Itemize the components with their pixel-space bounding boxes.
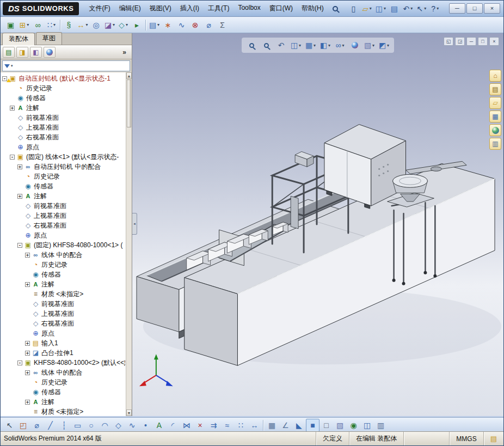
save-button[interactable]: ◫ bbox=[374, 2, 388, 15]
menu-help[interactable]: 帮助(H) bbox=[297, 2, 328, 15]
tree-expander[interactable] bbox=[17, 361, 22, 365]
configurationmanager-tab-button[interactable]: ◧ bbox=[30, 47, 42, 58]
viewport-next-button[interactable]: ◲ bbox=[455, 37, 465, 46]
tree-item[interactable]: 原点 bbox=[1, 230, 125, 240]
edit-component-button[interactable]: ▣ bbox=[4, 19, 17, 32]
select-button[interactable]: ↖ bbox=[415, 2, 428, 15]
centerline-button[interactable]: ┆ bbox=[57, 419, 71, 432]
tree-expander[interactable] bbox=[10, 106, 15, 111]
apply-scene-button[interactable]: ▧ bbox=[362, 39, 376, 52]
section-view-button[interactable]: ◫ bbox=[289, 39, 303, 52]
polygon-button[interactable]: ◇ bbox=[112, 419, 125, 432]
toolbar-button[interactable] bbox=[263, 420, 263, 431]
tree-item[interactable]: 注解 bbox=[1, 191, 125, 201]
panel-splitter[interactable]: ◂ bbox=[132, 213, 137, 235]
apply-scene-button[interactable]: ▧ bbox=[333, 419, 347, 432]
design-table-button[interactable]: ▥ bbox=[374, 419, 388, 432]
expand-panel-button[interactable]: » bbox=[119, 48, 130, 56]
tree-item[interactable]: KHFS8-4080-1000<2> (默认<<默 bbox=[1, 358, 125, 368]
tree-expander[interactable] bbox=[10, 155, 15, 160]
text-button[interactable]: A bbox=[152, 419, 166, 432]
show-hidden-components-button[interactable]: ◎ bbox=[89, 19, 103, 32]
undo-button[interactable]: ↶ bbox=[401, 2, 415, 15]
tree-item[interactable]: 注解 bbox=[1, 103, 125, 113]
tab-assembly[interactable]: 装配体 bbox=[2, 33, 35, 45]
sketch-button[interactable]: ◰ bbox=[16, 419, 30, 432]
arc-button[interactable]: ◠ bbox=[98, 419, 112, 432]
help-button[interactable]: ? bbox=[428, 2, 442, 15]
search-icon[interactable] bbox=[333, 6, 338, 11]
appearances-scenes-button[interactable]: ● bbox=[489, 124, 501, 136]
new-document-button[interactable]: ▯ bbox=[347, 2, 360, 15]
snap-angle-button[interactable]: ∠ bbox=[279, 419, 292, 432]
bill-of-materials-button[interactable]: ▤ bbox=[147, 19, 161, 32]
shaded-with-edges-button[interactable]: ■ bbox=[306, 419, 319, 432]
tree-item[interactable]: 前视基准面 bbox=[1, 299, 125, 309]
tree-expander[interactable] bbox=[25, 253, 30, 258]
trim-entities-button[interactable]: × bbox=[193, 419, 207, 432]
tree-expander[interactable] bbox=[25, 351, 30, 356]
tree-item[interactable]: 前视基准面 bbox=[1, 113, 125, 123]
insert-components-button[interactable]: ⊞ bbox=[17, 19, 31, 32]
view-orientation-button[interactable]: ▦ bbox=[304, 39, 317, 52]
move-component-button[interactable]: ↔ bbox=[76, 19, 89, 32]
linear-sketch-pattern-button[interactable]: ∷ bbox=[234, 419, 248, 432]
tree-item[interactable]: 右视基准面 bbox=[1, 221, 125, 230]
maximize-button[interactable]: □ bbox=[466, 3, 483, 14]
tree-item[interactable]: 输入1 bbox=[1, 338, 125, 348]
tree-expander[interactable] bbox=[17, 243, 22, 248]
doc-close-button[interactable]: × bbox=[489, 37, 499, 46]
measure-button[interactable]: ⌀ bbox=[202, 19, 216, 32]
tree-item[interactable]: 历史记录 bbox=[1, 83, 125, 93]
move-entities-button[interactable]: ↔ bbox=[248, 419, 261, 432]
featuremanager-tab-button[interactable]: ▤ bbox=[3, 47, 15, 58]
menu-toolbox[interactable]: Toolbox bbox=[233, 2, 265, 15]
toolbar-button[interactable] bbox=[145, 20, 146, 30]
tree-item[interactable]: 注解 bbox=[1, 397, 125, 407]
tree-item[interactable]: 线体 中的配合 bbox=[1, 368, 125, 377]
tree-item[interactable]: 历史记录 bbox=[1, 377, 125, 387]
tree-item[interactable]: 右视基准面 bbox=[1, 132, 125, 142]
menu-file[interactable]: 文件(F) bbox=[84, 2, 114, 15]
doc-restore-button[interactable]: □ bbox=[478, 37, 488, 46]
line-button[interactable]: ╱ bbox=[44, 419, 57, 432]
propertymanager-tab-button[interactable]: ◨ bbox=[16, 47, 28, 58]
menu-insert[interactable]: 插入(I) bbox=[176, 2, 204, 15]
hidden-lines-button[interactable]: □ bbox=[319, 419, 333, 432]
menu-view[interactable]: 视图(V) bbox=[145, 2, 176, 15]
tab-sketch[interactable]: 草图 bbox=[36, 32, 62, 45]
mass-properties-button[interactable]: Σ bbox=[216, 19, 229, 32]
explode-line-sketch-button[interactable]: ∿ bbox=[175, 19, 188, 32]
hide-show-items-button[interactable]: ∞ bbox=[333, 39, 347, 52]
exploded-view-button[interactable]: ∗ bbox=[161, 19, 175, 32]
point-button[interactable]: • bbox=[139, 419, 152, 432]
tree-item[interactable]: 传感器 bbox=[1, 181, 125, 191]
open-button[interactable]: ▱ bbox=[360, 2, 374, 15]
mirror-entities-button[interactable]: ⋈ bbox=[180, 419, 193, 432]
doc-minimize-button[interactable]: ─ bbox=[466, 37, 476, 46]
tree-item[interactable]: 材质 <未指定> bbox=[1, 407, 125, 416]
menu-edit[interactable]: 编辑(E) bbox=[115, 2, 145, 15]
edit-appearance-button[interactable]: ● bbox=[348, 39, 361, 52]
tree-item[interactable]: 传感器 bbox=[1, 270, 125, 279]
offset-entities-button[interactable]: ≈ bbox=[220, 419, 234, 432]
view-palette-button[interactable]: ▦ bbox=[489, 111, 501, 123]
previous-view-button[interactable]: ↶ bbox=[274, 39, 288, 52]
toolbar-button[interactable] bbox=[60, 20, 60, 30]
print-button[interactable]: ▤ bbox=[388, 2, 401, 15]
scrollbar-thumb[interactable] bbox=[127, 80, 131, 127]
filter-icon[interactable] bbox=[4, 64, 10, 68]
menu-tools[interactable]: 工具(T) bbox=[204, 2, 233, 15]
design-library-button[interactable]: ▤ bbox=[489, 83, 501, 95]
tree-item[interactable]: 线体 中的配合 bbox=[1, 250, 125, 260]
sketch-fillet-button[interactable]: ◜ bbox=[166, 419, 180, 432]
tree-item[interactable]: 凸台-拉伸1 bbox=[1, 348, 125, 358]
convert-entities-button[interactable]: ⇉ bbox=[207, 419, 220, 432]
tree-item[interactable]: 自动压封铅机 (默认<显示状态-1 bbox=[1, 74, 125, 83]
filter-dropdown-icon[interactable]: ▾ bbox=[11, 64, 13, 68]
tree-item[interactable]: 历史记录 bbox=[1, 172, 125, 181]
zoom-to-area-button[interactable] bbox=[260, 39, 273, 52]
interference-detection-button[interactable]: ⊗ bbox=[188, 19, 202, 32]
tree-item[interactable]: (固定) KHFS8-4080-1000<1> ( bbox=[1, 240, 125, 250]
display-grid-button[interactable]: ▦ bbox=[265, 419, 279, 432]
